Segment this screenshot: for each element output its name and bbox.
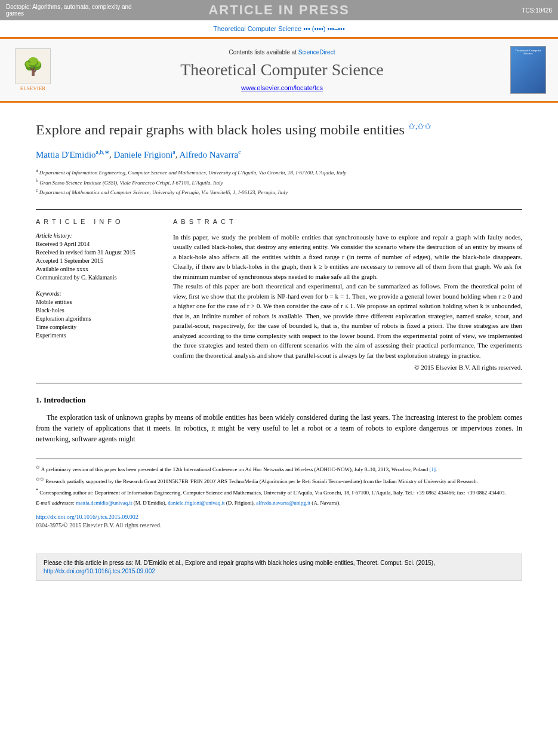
affiliation: a Department of Information Engineering,… (36, 167, 522, 177)
article-info-heading: ARTICLE INFO (36, 218, 155, 225)
abstract-block: ABSTRACT In this paper, we study the pro… (173, 218, 522, 371)
keyword: Time complexity (36, 323, 155, 331)
elsevier-tree-icon: 🌳 (15, 48, 51, 84)
keyword: Experiments (36, 331, 155, 340)
history-item: Received 9 April 2014 (36, 240, 155, 248)
journal-reference: Theoretical Computer Science ••• (••••) … (0, 20, 558, 37)
section-title: 1. Introduction (36, 395, 522, 405)
elsevier-logo: 🌳 ELSEVIER (12, 46, 54, 94)
journal-url-link[interactable]: www.elsevier.com/locate/tcs (241, 84, 323, 91)
email-link[interactable]: alfredo.navarra@unipg.it (256, 500, 310, 506)
citation-doi-link[interactable]: http://dx.doi.org/10.1016/j.tcs.2015.09.… (44, 568, 155, 574)
article-info-block: ARTICLE INFO Article history: Received 9… (36, 218, 155, 371)
author-link[interactable]: Mattia D'Emidio (36, 150, 96, 159)
doi-line: http://dx.doi.org/10.1016/j.tcs.2015.09.… (36, 513, 522, 521)
title-footnote-marks: ✩,✩✩ (408, 122, 432, 131)
footnotes-block: ✩ A preliminary version of this paper ha… (36, 459, 522, 529)
keywords-label: Keywords: (36, 290, 155, 297)
press-header-bar: Doctopic: Algorithms, automata, complexi… (0, 0, 558, 20)
history-label: Article history: (36, 232, 155, 239)
sciencedirect-link[interactable]: ScienceDirect (298, 49, 335, 56)
footnote: * Corresponding author at: Department of… (36, 487, 522, 497)
footnote: ✩✩ Research partially supported by the R… (36, 476, 522, 485)
keyword: Mobile entities (36, 298, 155, 306)
ref-link[interactable]: [1] (429, 466, 436, 472)
author-link[interactable]: Alfredo Navarra (179, 150, 238, 159)
article-title: Explore and repair graphs with black hol… (36, 121, 522, 139)
contents-available: Contents lists available at ScienceDirec… (54, 49, 510, 56)
elsevier-text: ELSEVIER (20, 85, 46, 91)
authors-list: Mattia D'Emidioa,b,∗, Daniele Frigionia,… (36, 149, 522, 160)
footnote-emails: E-mail addresses: mattia.demidio@univaq.… (36, 499, 522, 507)
footnote: ✩ A preliminary version of this paper ha… (36, 464, 522, 474)
journal-cover-thumbnail: Theoretical Computer Science (510, 46, 546, 94)
history-item: Received in revised form 31 August 2015 (36, 248, 155, 257)
doctopic-label: Doctopic: Algorithms, automata, complexi… (6, 4, 143, 17)
doi-link[interactable]: http://dx.doi.org/10.1016/j.tcs.2015.09.… (36, 514, 138, 520)
issn-line: 0304-3975/© 2015 Elsevier B.V. All right… (36, 521, 522, 530)
section-divider (36, 383, 522, 383)
history-item: Available online xxxx (36, 265, 155, 273)
email-link[interactable]: mattia.demidio@univaq.it (76, 500, 132, 506)
history-item: Accepted 1 September 2015 (36, 257, 155, 265)
keyword: Black-holes (36, 306, 155, 315)
journal-title: Theoretical Computer Science (54, 60, 510, 79)
tcs-id-label: TCS:10426 (415, 7, 552, 14)
affiliation: c Department of Mathematics and Computer… (36, 187, 522, 197)
abstract-copyright: © 2015 Elsevier B.V. All rights reserved… (173, 364, 522, 371)
affiliation: b Gran Sasso Science Institute (GSSI), V… (36, 177, 522, 188)
history-item: Communicated by C. Kaklamanis (36, 273, 155, 282)
author-link[interactable]: Daniele Frigioni (114, 150, 173, 159)
keyword: Exploration algorithms (36, 315, 155, 323)
email-link[interactable]: daniele.frigioni@univaq.it (168, 500, 224, 506)
article-in-press-label: ARTICLE IN PRESS (143, 2, 416, 18)
citation-box: Please cite this article in press as: M.… (36, 554, 522, 581)
abstract-text: In this paper, we study the problem of m… (173, 232, 522, 361)
abstract-heading: ABSTRACT (173, 218, 522, 225)
journal-header: 🌳 ELSEVIER Contents lists available at S… (0, 37, 558, 103)
journal-center: Contents lists available at ScienceDirec… (54, 49, 510, 91)
body-paragraph: The exploration task of unknown graphs b… (36, 412, 522, 444)
affiliations: a Department of Information Engineering,… (36, 167, 522, 197)
